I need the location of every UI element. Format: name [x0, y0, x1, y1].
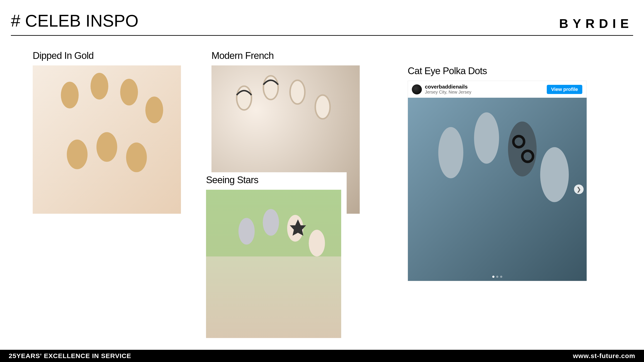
- instagram-image[interactable]: ❯: [408, 98, 587, 281]
- page-title: # CELEB INSPO: [11, 11, 138, 31]
- instagram-user-block: coverbaddienails Jersey City, New Jersey: [425, 84, 471, 95]
- svg-point-5: [96, 132, 117, 162]
- card-dipped-in-gold: Dipped In Gold: [33, 50, 181, 214]
- slide-header: # CELEB INSPO BYRDIE: [11, 11, 633, 36]
- carousel-dot[interactable]: [492, 276, 494, 278]
- svg-point-12: [238, 218, 255, 244]
- svg-point-17: [438, 127, 463, 178]
- svg-point-18: [474, 112, 499, 164]
- svg-point-8: [263, 76, 278, 100]
- instagram-location[interactable]: Jersey City, New Jersey: [425, 90, 471, 95]
- instagram-header-left: coverbaddienails Jersey City, New Jersey: [412, 84, 471, 95]
- card-title: Dipped In Gold: [33, 50, 181, 61]
- brand-logo: BYRDIE: [559, 16, 633, 31]
- svg-point-10: [315, 95, 330, 119]
- svg-point-0: [61, 82, 79, 108]
- footer-tagline: 25YEARS' EXCELLENCE IN SERVICE: [9, 352, 131, 360]
- nail-image-dipped: [33, 66, 181, 214]
- hand-illustration-icon: [33, 66, 181, 214]
- card-title: Seeing Stars: [206, 174, 341, 185]
- svg-point-6: [126, 142, 147, 172]
- carousel-dot[interactable]: [496, 276, 498, 278]
- slide-content: Dipped In Gold Modern French: [11, 46, 633, 342]
- svg-point-3: [146, 96, 163, 123]
- svg-point-9: [290, 80, 305, 104]
- card-title: Cat Eye Polka Dots: [408, 66, 586, 76]
- instagram-username[interactable]: coverbaddienails: [425, 84, 471, 90]
- card-seeing-stars: Seeing Stars: [200, 172, 347, 338]
- svg-point-2: [120, 79, 138, 105]
- carousel-next-button[interactable]: ❯: [574, 184, 584, 194]
- svg-point-1: [90, 73, 108, 100]
- card-cat-eye-polka-dots: Cat Eye Polka Dots coverbaddienails Jers…: [408, 66, 586, 281]
- svg-point-16: [309, 230, 325, 256]
- svg-point-13: [263, 209, 279, 236]
- avatar[interactable]: [412, 84, 422, 94]
- svg-point-19: [508, 122, 536, 177]
- carousel-dots: [492, 276, 502, 278]
- svg-point-22: [540, 147, 569, 202]
- svg-point-7: [237, 86, 252, 110]
- nail-image-stars: [206, 190, 341, 338]
- carousel-dot[interactable]: [500, 276, 502, 278]
- instagram-header: coverbaddienails Jersey City, New Jersey…: [408, 81, 586, 98]
- hand-illustration-icon: [206, 190, 341, 338]
- svg-point-4: [67, 140, 88, 169]
- view-profile-button[interactable]: View profile: [547, 85, 582, 94]
- card-title: Modern French: [212, 50, 360, 61]
- instagram-embed: coverbaddienails Jersey City, New Jersey…: [408, 81, 586, 281]
- footer-site-url: www.st-future.com: [573, 352, 635, 360]
- hand-illustration-icon: [408, 98, 587, 281]
- chevron-right-icon: ❯: [576, 186, 581, 193]
- slide-footer: 25YEARS' EXCELLENCE IN SERVICE www.st-fu…: [0, 350, 644, 362]
